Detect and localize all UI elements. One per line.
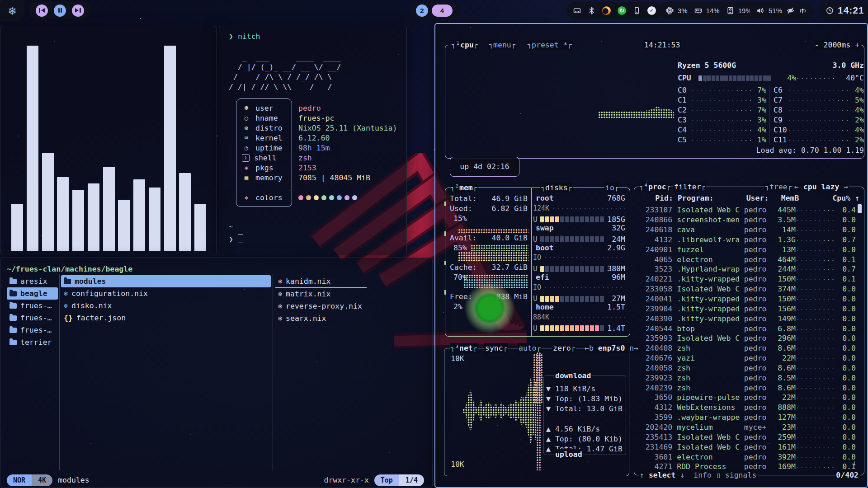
process-row-4065[interactable]: 4065electronpedro464M·········0.1 bbox=[639, 254, 856, 264]
user-icon: ☻ bbox=[242, 104, 251, 112]
process-row-3599[interactable]: 3599.waybar-wrappepedro127M·········0.0 bbox=[639, 413, 856, 422]
preset-button[interactable]: ┐preset *┌ bbox=[527, 40, 573, 50]
folder-icon bbox=[9, 340, 17, 345]
eye-off-icon[interactable] bbox=[787, 7, 794, 14]
download-total: ▼ Total: 13.0 GiB bbox=[546, 404, 623, 414]
preview-row-matrixnix[interactable]: ❄matrix.nix bbox=[275, 288, 425, 300]
process-table: 233107Isolated Web Cpedro445M·········0.… bbox=[639, 205, 856, 472]
process-row-4132[interactable]: 4132.librewolf-wrapedro1.3G·········0.7 bbox=[639, 235, 856, 245]
cava-bar-12 bbox=[194, 204, 206, 251]
process-row-240544[interactable]: 240544btoppedro6.8M·········0.0 bbox=[639, 324, 856, 333]
core-row-C6: C6··············4% bbox=[774, 85, 864, 95]
proc-sort-control[interactable]: ← cpu lazy → bbox=[793, 182, 849, 192]
process-row-240041[interactable]: 240041.kitty-wrappedpedro150M·········0.… bbox=[639, 294, 856, 304]
file-counter: 1/4 bbox=[399, 474, 424, 486]
sidebar-dir-frues[interactable]: frues-… bbox=[7, 300, 58, 312]
media-pause-button[interactable] bbox=[54, 5, 66, 17]
preview-row-kanidmnix[interactable]: ❄kanidm.nix bbox=[275, 275, 367, 288]
proc-filter-button[interactable]: filter┌ bbox=[673, 182, 706, 192]
column-divider bbox=[59, 274, 60, 470]
proc-panel-title[interactable]: ┐⁴proc┌ bbox=[639, 182, 671, 192]
phone-icon[interactable] bbox=[633, 7, 641, 14]
shell-icon: ❯ bbox=[242, 154, 250, 162]
cava-window bbox=[0, 26, 217, 255]
file-row-diskonix[interactable]: ❄disko.nix bbox=[61, 300, 271, 312]
file-row-facterjson[interactable]: {}facter.json bbox=[61, 312, 271, 324]
media-previous-button[interactable] bbox=[36, 5, 48, 17]
workspace-4-active[interactable]: 4 bbox=[432, 5, 453, 17]
process-row-202420[interactable]: 202420myceliummyce+23M·········0.0 bbox=[639, 422, 856, 432]
nixos-ascii-art: _ ___ ____ ____ / |/ (_)_ __/ __ \/ __/ … bbox=[229, 52, 341, 92]
info-button[interactable]: info bbox=[693, 471, 712, 479]
broadcast-icon[interactable] bbox=[799, 7, 807, 14]
net-sync-toggle[interactable]: sync┌ bbox=[484, 343, 508, 353]
preview-list: ❄kanidm.nix❄matrix.nix❄reverse-proxy.nix… bbox=[275, 275, 425, 324]
nixos-launcher-button[interactable]: ❄ bbox=[0, 0, 24, 21]
process-row-3650[interactable]: 3650pipewire-pulsepedro22M·········0.0 bbox=[639, 393, 856, 403]
volume-icon[interactable] bbox=[756, 7, 764, 14]
process-row-4312[interactable]: 4312WebExtensionspedro888M·········0.0 bbox=[639, 403, 856, 413]
update-interval-control[interactable]: - 2000ms + bbox=[814, 40, 860, 50]
process-row-240058[interactable]: 240058zshpedro8.6M·········0.0 bbox=[639, 363, 856, 373]
nitch-values: pedrofrues-pcNixOS 25.11 (Xantusia)6.12.… bbox=[298, 103, 397, 202]
mem-avail-graph bbox=[471, 244, 528, 251]
sidebar-dir-frues[interactable]: frues-… bbox=[7, 312, 58, 324]
mem-panel-title[interactable]: ┐²mem┌ bbox=[450, 183, 478, 192]
cava-bar-10 bbox=[164, 46, 176, 251]
text-cursor bbox=[238, 234, 243, 243]
net-auto-toggle[interactable]: auto┌ bbox=[518, 343, 542, 353]
zen-browser-icon[interactable] bbox=[602, 6, 611, 15]
proc-scrollbar[interactable] bbox=[858, 204, 862, 213]
menu-button[interactable]: ┐menu┌ bbox=[488, 40, 516, 50]
uptime: up 4d 02:16 bbox=[460, 162, 509, 172]
proc-tree-toggle[interactable]: ┐tree┌ bbox=[764, 182, 793, 192]
process-row-240390[interactable]: 240390.kitty-wrappedpedro149M·········0.… bbox=[639, 314, 856, 324]
process-row-240901[interactable]: 240901fuzzelpedro13M·········0.0 bbox=[639, 244, 856, 254]
file-row-configurationnix[interactable]: ❄configuration.nix bbox=[61, 287, 271, 300]
core-row-C3: C3··············3% bbox=[678, 115, 766, 125]
cpu-panel-title[interactable]: ┐¹cpu┌ bbox=[451, 40, 479, 50]
file-row-modules[interactable]: modules bbox=[61, 275, 271, 287]
folder-icon bbox=[9, 279, 17, 284]
system-stats: 3% 14% 19% bbox=[659, 2, 759, 19]
process-row-3601[interactable]: 3601electronpedro392M·········0.0 bbox=[639, 452, 856, 462]
process-row-240676[interactable]: 240676yazipedro22M·········0.0 bbox=[639, 353, 856, 363]
preview-row-reverseproxynix[interactable]: ❄reverse-proxy.nix bbox=[275, 300, 425, 312]
process-row-233107[interactable]: 233107Isolated Web Cpedro445M·········0.… bbox=[639, 205, 856, 215]
media-controls bbox=[29, 2, 91, 19]
folder-icon bbox=[9, 328, 17, 333]
process-row-239923[interactable]: 239923zshpedro8.5M·········0.0 bbox=[639, 373, 856, 383]
sidebar-dir-frues[interactable]: frues-… bbox=[7, 324, 58, 336]
process-row-231469[interactable]: 231469Isolated Web Cpedro161M·········0.… bbox=[639, 442, 856, 452]
uptime-box: up 4d 02:16 bbox=[450, 157, 519, 177]
net-zero-toggle[interactable]: zero┌ bbox=[552, 343, 576, 353]
sidebar-dir-terrier[interactable]: terrier bbox=[7, 336, 58, 348]
mem-used-graph bbox=[458, 229, 528, 233]
signals-button[interactable]: signals bbox=[725, 471, 757, 479]
net-scale-bottom: 10K bbox=[451, 460, 464, 469]
verified-check-icon[interactable]: ✓ bbox=[647, 6, 656, 15]
process-row-235993[interactable]: 235993Isolated Web Cpedro296M·········0.… bbox=[639, 333, 856, 343]
sidebar-dir-beagle[interactable]: beagle bbox=[7, 287, 58, 300]
process-row-235413[interactable]: 235413Isolated Web Cpedro259M·········0.… bbox=[639, 432, 856, 442]
sidebar-dir-aresix[interactable]: aresix bbox=[7, 275, 58, 287]
process-row-233058[interactable]: 233058Isolated Web Cpedro374M·········0.… bbox=[639, 284, 856, 294]
process-row-240408[interactable]: 240408zshpedro8.6M·········0.0 bbox=[639, 343, 856, 353]
process-row-240221[interactable]: 240221.kitty-wrappedpedro150M·········0.… bbox=[639, 274, 856, 284]
preview-row-searxnix[interactable]: ❄searx.nix bbox=[275, 312, 425, 324]
disk-home-used-meter: U1.4T bbox=[533, 324, 625, 333]
process-row-239904[interactable]: 239904.kitty-wrappedpedro156M·········0.… bbox=[639, 304, 856, 314]
process-row-3523[interactable]: 3523.Hyprland-wrappedro244M·········0.7 bbox=[639, 264, 856, 274]
syncthing-icon[interactable]: ↻ bbox=[618, 6, 626, 15]
process-row-240866[interactable]: 240866screenshot-menpedro3.5M·········0.… bbox=[639, 215, 856, 225]
scroll-down-indicator[interactable]: ↓ bbox=[852, 458, 857, 468]
process-row-240618[interactable]: 240618cavapedro14M·········0.0 bbox=[639, 225, 856, 235]
ethernet-icon[interactable] bbox=[573, 7, 581, 14]
bluetooth-icon[interactable] bbox=[588, 7, 595, 14]
cava-bar-0 bbox=[11, 204, 23, 251]
net-interface-switcher[interactable]: ←b enp7s0 n→ bbox=[584, 343, 639, 353]
process-row-240239[interactable]: 240239zshpedro8.6M·········0.0 bbox=[639, 383, 856, 393]
media-next-button[interactable] bbox=[72, 5, 84, 17]
workspace-2[interactable]: 2 bbox=[416, 5, 428, 17]
net-panel-title[interactable]: ┐³net┌ bbox=[450, 343, 478, 353]
